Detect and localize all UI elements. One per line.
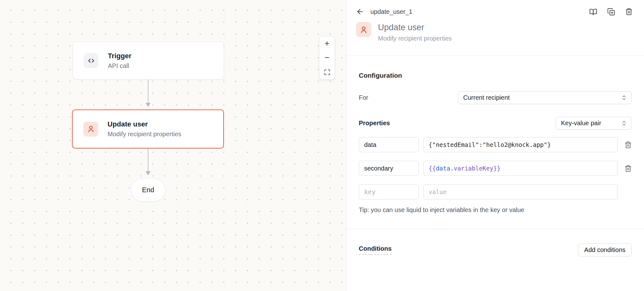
workflow-editor: Trigger API call Update user Modify reci…	[0, 0, 644, 291]
property-row-empty	[359, 184, 632, 199]
duplicate-step-button[interactable]	[607, 8, 615, 16]
node-trigger[interactable]: Trigger API call	[73, 42, 224, 80]
property-key-input[interactable]	[359, 161, 419, 176]
conditions-section: Conditions Add conditions	[359, 243, 632, 256]
trash-icon	[625, 165, 632, 172]
step-subtitle: Modify recipient properties	[378, 35, 452, 42]
header-divider	[347, 56, 644, 56]
minus-icon: −	[325, 53, 330, 63]
fit-view-button[interactable]	[319, 65, 335, 79]
delete-row-button[interactable]	[625, 165, 632, 172]
conditions-heading: Conditions	[359, 245, 391, 255]
docs-button[interactable]	[589, 8, 597, 16]
properties-mode-value: Key-value pair	[561, 120, 601, 127]
step-name: update_user_1	[370, 8, 412, 15]
arrow-left-icon	[356, 8, 364, 16]
liquid-tip-text: Tip: you can use liquid to inject variab…	[359, 206, 632, 214]
header-actions	[589, 8, 633, 16]
trash-icon	[625, 8, 633, 15]
property-value-input[interactable]	[423, 137, 618, 152]
delete-row-button[interactable]	[625, 141, 632, 148]
panel-header: update_user_1	[347, 0, 644, 16]
for-select[interactable]: Current recipient	[458, 91, 632, 104]
property-row: {{data.variableKey}}	[359, 161, 632, 176]
user-icon	[356, 22, 371, 37]
trash-icon	[625, 141, 632, 148]
for-label: For	[359, 94, 368, 101]
chevrons-up-down-icon	[621, 95, 627, 101]
zoom-out-button[interactable]: −	[319, 51, 335, 65]
plus-icon: +	[325, 39, 330, 48]
step-settings-panel: update_user_1	[346, 0, 644, 291]
property-value-input[interactable]	[423, 184, 618, 199]
node-subtitle: API call	[108, 62, 131, 70]
for-select-value: Current recipient	[463, 94, 510, 101]
property-key-input[interactable]	[359, 184, 419, 199]
fit-view-icon	[324, 69, 330, 76]
node-title: Trigger	[108, 52, 131, 60]
book-open-icon	[589, 8, 597, 16]
property-value-input[interactable]: {{data.variableKey}}	[423, 161, 618, 176]
configuration-heading: Configuration	[359, 72, 632, 79]
add-conditions-button[interactable]: Add conditions	[578, 243, 632, 256]
delete-step-button[interactable]	[625, 8, 633, 15]
node-end[interactable]: End	[131, 178, 165, 202]
step-title: Update user	[378, 23, 452, 32]
node-subtitle: Modify recipient properties	[108, 131, 181, 138]
duplicate-icon	[607, 8, 615, 16]
chevrons-up-down-icon	[621, 120, 627, 126]
property-key-input[interactable]	[359, 137, 419, 152]
configuration-section: Configuration For Current recipient Prop…	[347, 72, 644, 214]
code-icon	[84, 53, 98, 68]
node-title: Update user	[108, 120, 181, 128]
canvas-zoom-controls: + −	[319, 36, 335, 80]
workflow-canvas[interactable]: Trigger API call Update user Modify reci…	[0, 0, 346, 291]
user-icon	[83, 122, 98, 137]
properties-label: Properties	[359, 120, 390, 127]
property-row	[359, 137, 632, 152]
properties-mode-select[interactable]: Key-value pair	[556, 117, 632, 130]
section-divider	[347, 229, 644, 229]
end-label: End	[142, 186, 154, 194]
zoom-in-button[interactable]: +	[319, 36, 335, 51]
node-update-user[interactable]: Update user Modify recipient properties	[72, 109, 224, 148]
step-title-block: Update user Modify recipient properties	[347, 16, 644, 42]
back-button[interactable]	[356, 8, 364, 16]
